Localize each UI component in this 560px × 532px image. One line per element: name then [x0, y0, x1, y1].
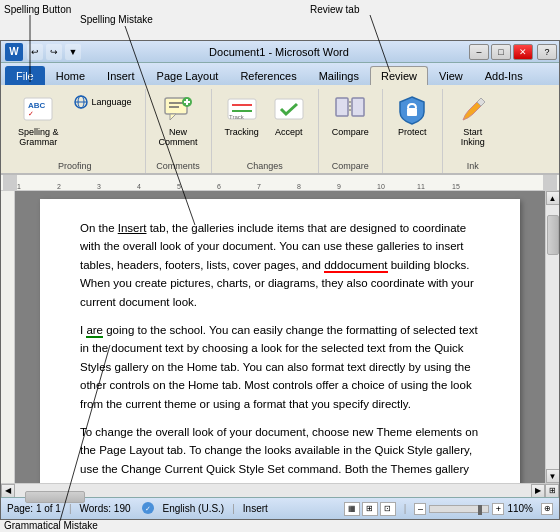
- paragraph-1: On the Insert tab, the galleries include…: [80, 219, 480, 311]
- word-count: Words: 190: [80, 503, 131, 514]
- ribbon-group-ink: StartInking Ink: [443, 89, 503, 173]
- tab-page-layout[interactable]: Page Layout: [146, 66, 230, 85]
- proofing-group-label: Proofing: [58, 161, 92, 171]
- proofing-status-icon[interactable]: ✓: [141, 501, 155, 517]
- tab-bar: File Home Insert Page Layout References …: [1, 63, 559, 85]
- svg-rect-27: [407, 108, 417, 116]
- tab-insert[interactable]: Insert: [96, 66, 146, 85]
- comments-group-label: Comments: [156, 161, 200, 171]
- svg-text:ABC: ABC: [28, 101, 46, 110]
- tab-mailings[interactable]: Mailings: [308, 66, 370, 85]
- compare-group-label: Compare: [332, 161, 369, 171]
- ribbon-group-comments: NewComment Comments: [146, 89, 212, 173]
- tracking-group-label: Changes: [247, 161, 283, 171]
- h-scrollbar-thumb[interactable]: [25, 491, 85, 503]
- web-layout-button[interactable]: ⊡: [380, 502, 396, 516]
- close-button[interactable]: ✕: [513, 44, 533, 60]
- new-comment-icon: [162, 94, 194, 126]
- protect-label: Protect: [398, 128, 427, 138]
- ink-group-label: Ink: [467, 161, 479, 171]
- redo-button[interactable]: ↪: [46, 44, 62, 60]
- app-window: W ↩ ↪ ▼ Document1 - Microsoft Word – □ ✕…: [0, 40, 560, 520]
- ribbon: ABC ✓ Spelling &Grammar: [1, 85, 559, 175]
- tab-file[interactable]: File: [5, 66, 45, 85]
- insert-text: Insert: [118, 222, 147, 234]
- corner-button[interactable]: ⊞: [545, 484, 559, 498]
- spelling-grammar-button[interactable]: ABC ✓ Spelling &Grammar: [13, 91, 64, 151]
- svg-text:✓: ✓: [145, 505, 151, 512]
- grammatical-mistake-annotation: Grammatical Mistake: [4, 520, 98, 531]
- start-inking-icon: [457, 94, 489, 126]
- svg-text:✓: ✓: [28, 110, 34, 117]
- language-button[interactable]: Language: [68, 91, 137, 113]
- tracking-label: Tracking: [225, 128, 259, 138]
- tab-home[interactable]: Home: [45, 66, 96, 85]
- scrollbar-track[interactable]: [546, 205, 559, 469]
- accept-icon: [273, 94, 305, 126]
- scroll-left-button[interactable]: ◀: [1, 484, 15, 498]
- undo-button[interactable]: ↩: [27, 44, 43, 60]
- ribbon-group-protect: Protect: [383, 89, 443, 173]
- zoom-out-button[interactable]: –: [414, 503, 426, 515]
- page-info: Page: 1 of 1: [7, 503, 61, 514]
- view-mode-buttons: ▦ ⊞ ⊡: [344, 502, 396, 516]
- scroll-right-button[interactable]: ▶: [531, 484, 545, 498]
- minimize-button[interactable]: –: [469, 44, 489, 60]
- qa-dropdown[interactable]: ▼: [65, 44, 81, 60]
- full-screen-button[interactable]: ⊞: [362, 502, 378, 516]
- svg-text:Track: Track: [229, 114, 245, 120]
- fit-page-button[interactable]: ⊕: [541, 503, 553, 515]
- tracking-icon: Track: [226, 94, 258, 126]
- ribbon-group-compare: Compare Compare: [319, 89, 383, 173]
- protect-icon: [396, 94, 428, 126]
- zoom-in-button[interactable]: +: [492, 503, 504, 515]
- zoom-thumb[interactable]: [478, 505, 482, 515]
- start-inking-button[interactable]: StartInking: [452, 91, 494, 151]
- spelling-error-dddocument: dddocument: [324, 259, 387, 273]
- svg-marker-11: [170, 114, 176, 120]
- tab-add-ins[interactable]: Add-Ins: [474, 66, 534, 85]
- start-inking-label: StartInking: [461, 128, 485, 148]
- compare-icon: [334, 94, 366, 126]
- scroll-down-button[interactable]: ▼: [546, 469, 560, 483]
- protect-button[interactable]: Protect: [391, 91, 433, 141]
- paragraph-3: To change the overall look of your docum…: [80, 423, 480, 483]
- main-area: On the Insert tab, the galleries include…: [1, 191, 559, 483]
- vertical-scrollbar[interactable]: ▲ ▼: [545, 191, 559, 483]
- new-comment-button[interactable]: NewComment: [154, 91, 203, 151]
- spelling-mistake-annotation: Spelling Mistake: [80, 14, 153, 25]
- review-tab-annotation: Review tab: [310, 4, 359, 15]
- spelling-button-annotation: Spelling Button: [4, 4, 71, 15]
- window-title: Document1 - Microsoft Word: [89, 46, 469, 58]
- maximize-button[interactable]: □: [491, 44, 511, 60]
- scroll-up-button[interactable]: ▲: [546, 191, 560, 205]
- quick-access-toolbar: ↩ ↪ ▼: [27, 44, 81, 60]
- grammar-error-are: are: [86, 324, 103, 338]
- ribbon-group-tracking: Track Tracking Accept: [212, 89, 319, 173]
- scrollbar-thumb[interactable]: [547, 215, 559, 255]
- language-icon: [73, 94, 89, 110]
- accept-label: Accept: [275, 128, 303, 138]
- zoom-slider[interactable]: [429, 505, 489, 513]
- ribbon-group-proofing: ABC ✓ Spelling &Grammar: [5, 89, 146, 173]
- language-status[interactable]: English (U.S.): [163, 503, 225, 514]
- language-label: Language: [92, 97, 132, 107]
- document-scroll-area[interactable]: On the Insert tab, the galleries include…: [15, 191, 545, 483]
- tab-references[interactable]: References: [229, 66, 307, 85]
- new-comment-label: NewComment: [159, 128, 198, 148]
- accept-button[interactable]: Accept: [268, 91, 310, 141]
- help-button[interactable]: ?: [537, 44, 557, 60]
- document-page: On the Insert tab, the galleries include…: [40, 199, 520, 483]
- horizontal-scrollbar-area: ◀ ▶ ⊞: [1, 483, 559, 497]
- zoom-control: – + 110%: [414, 503, 533, 515]
- tab-review[interactable]: Review: [370, 66, 428, 86]
- svg-rect-21: [275, 99, 303, 119]
- tracking-button[interactable]: Track Tracking: [220, 91, 264, 141]
- print-layout-button[interactable]: ▦: [344, 502, 360, 516]
- title-bar: W ↩ ↪ ▼ Document1 - Microsoft Word – □ ✕…: [1, 41, 559, 63]
- editing-mode: Insert: [243, 503, 268, 514]
- window-controls: – □ ✕: [469, 44, 533, 60]
- tab-view[interactable]: View: [428, 66, 474, 85]
- compare-button[interactable]: Compare: [327, 91, 374, 141]
- horizontal-ruler: 1 2 3 4 5 6 7 8 9 10 11 15: [1, 175, 559, 191]
